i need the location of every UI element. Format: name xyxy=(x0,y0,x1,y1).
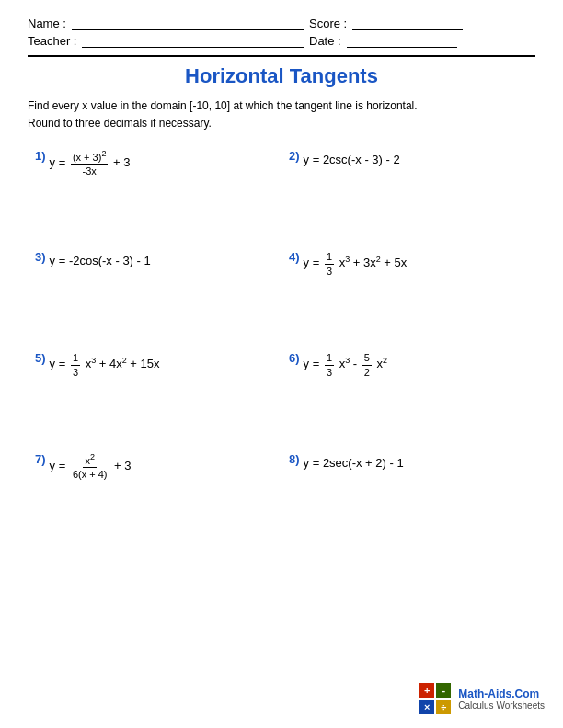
problem-7-content: 7) y = x2 6(x + 4) + 3 xyxy=(35,452,274,481)
teacher-field: Teacher : xyxy=(28,34,304,48)
problem-6-equation: y = 1 3 x3 - 5 2 x2 xyxy=(304,351,387,379)
score-line xyxy=(352,17,463,30)
date-label: Date : xyxy=(309,34,341,48)
logo-square-red: + xyxy=(419,683,434,698)
problem-5-content: 5) y = 1 3 x3 + 4x2 + 15x xyxy=(35,351,274,379)
date-field: Date : xyxy=(309,34,535,48)
page: Name : Score : Teacher : Date : Horizont… xyxy=(0,0,563,728)
problem-8-content: 8) y = 2sec(-x + 2) - 1 xyxy=(289,452,528,473)
frac-num-6a: 1 xyxy=(325,351,334,365)
problem-6: 6) y = 1 3 x3 - 5 2 x2 xyxy=(282,344,535,445)
date-line xyxy=(347,35,457,48)
problem-3-content: 3) y = -2cos(-x - 3) - 1 xyxy=(35,250,274,271)
frac-num-1: (x + 3)2 xyxy=(71,149,109,165)
problem-7: 7) y = x2 6(x + 4) + 3 xyxy=(28,445,282,546)
instructions: Find every x value in the domain [-10, 1… xyxy=(28,97,535,132)
frac-den-5: 3 xyxy=(71,366,80,379)
footer-logo: + - × ÷ Math-Aids.Com Calculus Worksheet… xyxy=(419,683,545,714)
problem-6-content: 6) y = 1 3 x3 - 5 2 x2 xyxy=(289,351,528,379)
problem-8: 8) y = 2sec(-x + 2) - 1 xyxy=(282,445,535,546)
header-row-1: Name : Score : xyxy=(28,17,535,30)
problem-2-content: 2) y = 2csc(-x - 3) - 2 xyxy=(289,149,528,170)
score-field: Score : xyxy=(309,17,535,30)
problem-3-equation: y = -2cos(-x - 3) - 1 xyxy=(50,250,151,271)
problem-4-content: 4) y = 1 3 x3 + 3x2 + 5x xyxy=(289,250,528,278)
logo-subtitle: Calculus Worksheets xyxy=(458,700,545,711)
problem-1: 1) y = (x + 3)2 -3x + 3 xyxy=(28,142,282,243)
fraction-5: 1 3 xyxy=(71,351,80,379)
frac-num-6b: 5 xyxy=(362,351,372,365)
problem-3-number: 3) xyxy=(35,250,46,264)
fraction-7: x2 6(x + 4) xyxy=(71,452,109,481)
instruction-line1: Find every x value in the domain [-10, 1… xyxy=(28,97,535,115)
name-field: Name : xyxy=(28,17,304,30)
fraction-1: (x + 3)2 -3x xyxy=(71,149,109,177)
name-label: Name : xyxy=(28,17,66,30)
fraction-6a: 1 3 xyxy=(325,351,334,379)
problem-1-equation: y = (x + 3)2 -3x + 3 xyxy=(50,149,131,177)
frac-den-1: -3x xyxy=(81,165,98,177)
frac-den-4: 3 xyxy=(325,265,334,278)
frac-num-5: 1 xyxy=(71,351,80,365)
name-line xyxy=(72,17,304,30)
problem-4-number: 4) xyxy=(289,250,300,264)
teacher-label: Teacher : xyxy=(28,34,76,48)
logo-square-yellow: ÷ xyxy=(436,700,451,714)
problem-1-content: 1) y = (x + 3)2 -3x + 3 xyxy=(35,149,274,177)
instruction-line2: Round to three decimals if necessary. xyxy=(28,115,535,132)
problem-2-equation: y = 2csc(-x - 3) - 2 xyxy=(304,149,400,170)
problem-2-number: 2) xyxy=(289,149,300,163)
problem-7-equation: y = x2 6(x + 4) + 3 xyxy=(50,452,132,481)
problem-5: 5) y = 1 3 x3 + 4x2 + 15x xyxy=(28,344,282,445)
header-section: Name : Score : Teacher : Date : xyxy=(28,17,535,48)
header-divider xyxy=(28,55,535,57)
problem-6-number: 6) xyxy=(289,351,300,365)
problem-8-equation: y = 2sec(-x + 2) - 1 xyxy=(304,452,404,473)
problem-4: 4) y = 1 3 x3 + 3x2 + 5x xyxy=(282,243,535,344)
frac-den-7: 6(x + 4) xyxy=(71,468,109,481)
teacher-line xyxy=(82,35,304,48)
frac-num-7: x2 xyxy=(83,452,97,468)
logo-square-green: - xyxy=(436,683,451,698)
logo-grid: + - × ÷ xyxy=(419,683,451,714)
fraction-4: 1 3 xyxy=(325,250,334,278)
problem-5-equation: y = 1 3 x3 + 4x2 + 15x xyxy=(50,351,160,379)
fraction-6b: 5 2 xyxy=(362,351,372,379)
logo-text: Math-Aids.Com Calculus Worksheets xyxy=(458,688,545,711)
page-title: Horizontal Tangents xyxy=(28,64,535,88)
problem-7-number: 7) xyxy=(35,452,46,466)
problem-2: 2) y = 2csc(-x - 3) - 2 xyxy=(282,142,535,243)
frac-num-4: 1 xyxy=(325,250,334,264)
score-label: Score : xyxy=(309,17,347,30)
logo-square-blue: × xyxy=(419,700,434,714)
logo-name: Math-Aids.Com xyxy=(458,688,539,700)
frac-den-6a: 3 xyxy=(325,366,334,379)
problems-grid: 1) y = (x + 3)2 -3x + 3 2) y = 2csc(-x -… xyxy=(28,142,535,546)
problem-8-number: 8) xyxy=(289,452,300,466)
problem-3: 3) y = -2cos(-x - 3) - 1 xyxy=(28,243,282,344)
frac-den-6b: 2 xyxy=(362,366,372,379)
problem-5-number: 5) xyxy=(35,351,46,365)
header-row-2: Teacher : Date : xyxy=(28,34,535,48)
problem-1-number: 1) xyxy=(35,149,46,163)
problem-4-equation: y = 1 3 x3 + 3x2 + 5x xyxy=(304,250,408,278)
